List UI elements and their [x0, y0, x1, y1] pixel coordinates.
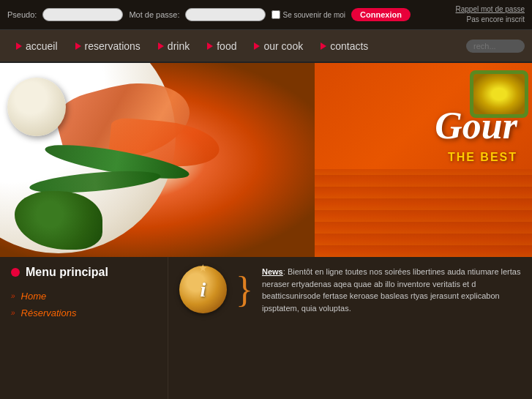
sidebar: Menu principal »Home»Réservations [0, 257, 168, 399]
info-badge: ★ i [179, 266, 227, 313]
sidebar-bullet-icon [11, 268, 20, 277]
pseudo-label: Pseudo: [7, 10, 37, 19]
nav-item-food[interactable]: food [198, 40, 245, 52]
nav-arrow-icon [321, 42, 326, 50]
sidebar-item-label: Réservations [21, 307, 77, 318]
nav-item-label: our cook [263, 40, 303, 52]
nav-item-label: drink [168, 40, 190, 52]
connexion-button[interactable]: Connexion [351, 8, 411, 21]
sidebar-title: Menu principal [11, 266, 157, 279]
nav-arrow-icon [254, 42, 260, 50]
nav-item-ourcook[interactable]: our cook [245, 40, 312, 52]
news-title: News [262, 267, 283, 276]
navigation-bar: accueilreservationsdrinkfoodour cookcont… [0, 30, 532, 63]
nav-arrow-icon [207, 42, 213, 50]
sidebar-item-home[interactable]: »Home [11, 288, 157, 305]
wood-texture [312, 169, 532, 257]
rappel-group: Rappel mot de passe Pas encore inscrit [455, 4, 525, 25]
nav-item-label: accueil [26, 40, 58, 52]
nav-item-label: reservations [85, 40, 141, 52]
nav-item-reservations[interactable]: reservations [67, 40, 149, 52]
password-input[interactable] [185, 8, 266, 21]
hero-title: Gour [435, 107, 517, 145]
news-text: News: Bientôt en ligne toutes nos soirée… [262, 266, 521, 314]
nav-item-label: food [217, 40, 236, 52]
not-registered-label: Pas encore inscrit [467, 15, 525, 23]
sidebar-items: »Home»Réservations [11, 288, 157, 321]
cheese-food [7, 78, 66, 136]
nav-items: accueilreservationsdrinkfoodour cookcont… [7, 40, 466, 52]
pseudo-input[interactable] [42, 8, 123, 21]
remember-checkbox[interactable] [271, 10, 280, 19]
sidebar-arrow-icon: » [11, 309, 15, 317]
nav-item-accueil[interactable]: accueil [7, 40, 67, 52]
bottom-section: Menu principal »Home»Réservations ★ i } … [0, 257, 532, 399]
nav-arrow-icon [75, 42, 81, 50]
search-group [466, 40, 525, 53]
sidebar-arrow-icon: » [11, 292, 15, 300]
badge-star-icon: ★ [198, 262, 208, 274]
hero-section: Gour THE BEST [0, 63, 532, 257]
sidebar-item-label: Home [21, 291, 47, 302]
nav-item-contacts[interactable]: contacts [312, 40, 377, 52]
login-bar: Pseudo: Mot de passe: Se souvenir de moi… [0, 0, 532, 30]
news-body: Bientôt en ligne toutes nos soirées libe… [262, 267, 520, 313]
rappel-link[interactable]: Rappel mot de passe [455, 5, 525, 13]
nav-item-drink[interactable]: drink [149, 40, 198, 52]
nav-arrow-icon [16, 42, 22, 50]
sidebar-item-rservations[interactable]: »Réservations [11, 305, 157, 321]
remember-label: Se souvenir de moi [282, 10, 345, 20]
password-label: Mot de passe: [129, 10, 179, 20]
news-area: ★ i } News: Bientôt en ligne toutes nos … [168, 257, 532, 399]
remember-group: Se souvenir de moi [271, 10, 345, 20]
hero-food-image [0, 63, 315, 257]
search-input[interactable] [466, 40, 525, 53]
badge-letter: i [201, 278, 206, 302]
nav-item-label: contacts [330, 40, 368, 52]
brace-symbol: } [236, 266, 253, 313]
hero-subtitle: THE BEST [448, 151, 517, 164]
nav-arrow-icon [158, 42, 164, 50]
badge-outer: ★ i [179, 266, 227, 313]
sidebar-title-text: Menu principal [26, 266, 108, 279]
